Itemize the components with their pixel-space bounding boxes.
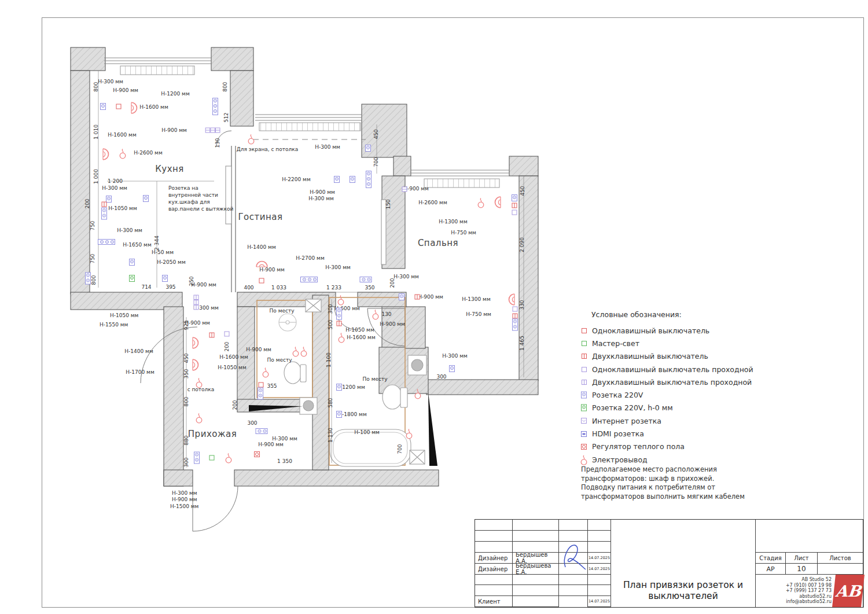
- switch-single-icon: [116, 104, 122, 110]
- dim-label: 300: [247, 420, 257, 426]
- titleblock-cell: [559, 531, 588, 542]
- dim-label: H-300 мм: [325, 264, 351, 270]
- legend-item: Мастер-свет: [579, 337, 827, 350]
- dim-label: 800: [91, 275, 97, 285]
- switch-single-pass-icon: [512, 209, 518, 216]
- titleblock-role: Дизайнер: [475, 553, 513, 564]
- dim-label: 1 000: [93, 169, 99, 184]
- master-light-icon: [209, 455, 215, 461]
- socket-220v-icon: [579, 391, 589, 399]
- titleblock-cell: [588, 520, 611, 531]
- dim-label: 300: [183, 457, 189, 467]
- master-light-icon: [579, 340, 589, 347]
- electrical-outlet-icon: [579, 454, 589, 466]
- electrical-outlet-icon: [224, 452, 233, 464]
- dim-label: H-2050 мм: [157, 259, 185, 265]
- dim-label: H-300 мм: [98, 79, 123, 84]
- titleblock-cell: [588, 585, 611, 596]
- dim-label: По месту: [270, 308, 295, 314]
- note-line: трансформаторов выполнить мягким кабелем: [581, 492, 772, 502]
- legend-item: Электровывод: [579, 453, 827, 466]
- socket-220v-icon: [336, 411, 343, 418]
- legend-item-label: Одноклавишный выключатель проходной: [592, 365, 753, 374]
- dim-label: 395: [165, 284, 175, 290]
- dim-label: 450: [373, 129, 379, 139]
- titleblock-role: Клиент: [475, 596, 513, 607]
- dim-label: H-1200 мм: [161, 91, 189, 97]
- titleblock-cell: [559, 585, 588, 596]
- document-title: План привязки розеток и выключателей: [611, 575, 756, 607]
- dim-label: 800: [93, 82, 99, 91]
- toilet: [382, 385, 402, 409]
- titleblock-cell: [475, 542, 513, 553]
- legend-item-label: Одноклавишный выключатель: [592, 326, 709, 335]
- dim-label: H-900 мм: [172, 497, 197, 502]
- light-fixture-icon: [100, 148, 111, 160]
- dim-label: H-300 мм: [442, 353, 468, 359]
- socket-220v-icon: [448, 365, 455, 373]
- legend-item: Двухклавишный выключатель: [579, 350, 827, 363]
- legend-item: Двухклавишный выключатель проходной: [579, 376, 827, 388]
- ab-studio-logo: AB: [832, 575, 865, 607]
- titleblock-role: Дизайнер: [475, 564, 513, 575]
- dim-label: H-750 мм: [466, 311, 491, 317]
- titleblock-date: 14.07.2025: [588, 553, 611, 564]
- titleblock-cell: [513, 585, 559, 596]
- dim-label: H-300 мм: [172, 490, 197, 496]
- switch-double-icon: [336, 321, 343, 327]
- company-line: AB Studio 52: [756, 577, 832, 583]
- room-label: Гостиная: [238, 214, 282, 220]
- dim-label: 1 010: [93, 124, 99, 139]
- dim-label: H-1050 мм: [345, 327, 374, 333]
- switch-double-icon: [414, 294, 421, 300]
- dim-label: 400: [244, 285, 253, 291]
- socket-220v-icon: [349, 176, 356, 183]
- dim-label: H-1050 мм: [108, 205, 137, 211]
- socket-220v-double-icon: [84, 272, 91, 285]
- dim-label: 1 465: [519, 336, 525, 351]
- dim-label: H-750 мм: [451, 230, 476, 236]
- electrical-outlet-icon: [404, 428, 414, 440]
- dim-label: По месту: [363, 376, 388, 382]
- titleblock-name: Бердышева Е.А.: [513, 564, 559, 575]
- dim-label: 450: [520, 186, 525, 196]
- switch-double-icon: [512, 203, 518, 209]
- dim-label: 1 233: [326, 285, 341, 291]
- switch-double-icon: [579, 353, 589, 359]
- titleblock-cell: [588, 542, 611, 553]
- note-line: Предполагаемое место расположения: [581, 465, 772, 475]
- titleblock-empty-cell: [756, 520, 863, 553]
- dim-label: 355: [267, 383, 277, 389]
- legend-item: Розетка 220V: [579, 388, 827, 401]
- titleblock-empty-cell: [611, 520, 756, 575]
- dim-label: H-900 мм: [418, 294, 443, 300]
- switch-single-pass-icon: [512, 306, 518, 312]
- titleblock-name: Бердышев А.А.: [513, 553, 559, 564]
- switch-triple-pass-icon: [204, 127, 220, 134]
- dim-label: 2 344: [154, 236, 160, 251]
- dim-label: 700: [397, 444, 403, 454]
- company-line: info@abstudio52.ru: [756, 599, 832, 605]
- socket-220v-icon: [511, 194, 518, 202]
- dim-label: H-1600 мм: [139, 104, 168, 110]
- electrical-outlet-icon: [337, 332, 346, 344]
- dim-label: H-1500 мм: [170, 503, 198, 509]
- electrical-outlet-icon: [194, 412, 204, 424]
- dim-label: 925: [183, 320, 189, 330]
- legend-item: Интернет розетка: [579, 414, 827, 427]
- light-fixture-icon: [189, 336, 201, 349]
- dim-label: H-300 мм: [315, 144, 340, 150]
- legend-item-label: Электровывод: [592, 455, 648, 464]
- dim-label: 200: [224, 341, 230, 351]
- windows: [104, 58, 509, 176]
- dim-label: H-300 мм: [117, 227, 142, 233]
- light-fixture-icon: [255, 259, 268, 270]
- dim-label: 580: [328, 398, 333, 407]
- socket-220v-double-icon: [359, 276, 372, 283]
- dim-label: H-2200 мм: [282, 177, 310, 182]
- dim-label: 200: [84, 198, 90, 208]
- dim-label: 700: [373, 157, 379, 167]
- dim-label: H-2700 мм: [296, 255, 324, 261]
- dim-label: 450: [183, 353, 189, 363]
- socket-220v-h0-icon: [128, 275, 135, 282]
